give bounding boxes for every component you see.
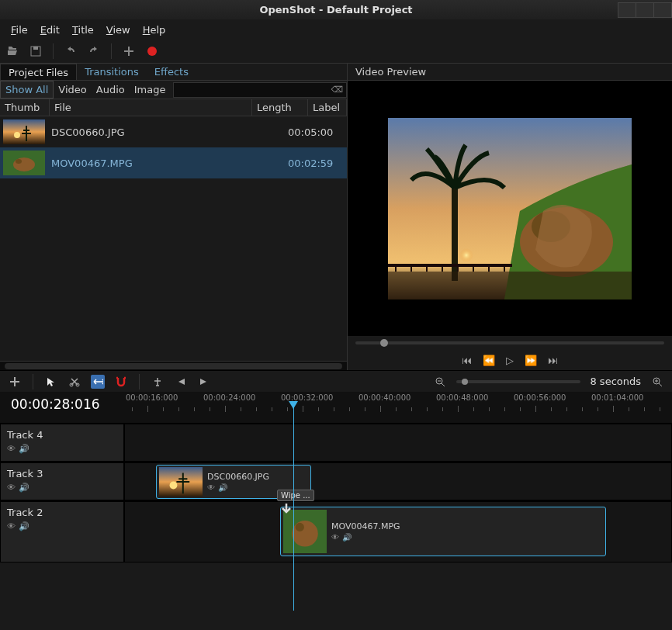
next-marker-icon[interactable] (197, 375, 211, 389)
fast-forward-icon[interactable]: ⏩ (525, 355, 537, 366)
seek-bar[interactable] (348, 336, 672, 350)
track: Track 4👁🔊 (0, 423, 672, 462)
menu-edit[interactable]: Edit (34, 22, 66, 37)
zoom-label: 8 seconds (590, 376, 641, 387)
transition-label[interactable]: Wipe ... (277, 490, 314, 501)
clip[interactable]: MOV00467.MPG👁🔊 (280, 507, 606, 556)
play-icon[interactable]: ▷ (506, 355, 514, 366)
maximize-button[interactable] (636, 2, 654, 18)
timeline-ruler[interactable]: 00:00:16:00000:00:24:00000:00:32:00000:0… (124, 392, 672, 423)
scrollbar-thumb[interactable] (5, 363, 342, 369)
ruler-tick-label: 00:00:16:000 (126, 393, 178, 402)
eye-icon[interactable]: 👁 (7, 483, 16, 493)
save-project-icon[interactable] (28, 43, 43, 59)
seek-thumb[interactable] (380, 339, 388, 347)
track-label[interactable]: Track 3👁🔊 (0, 462, 124, 500)
track-label[interactable]: Track 2👁🔊 (0, 501, 124, 562)
pointer-tool-icon[interactable] (44, 375, 58, 389)
svg-point-6 (16, 159, 22, 164)
preview-area[interactable] (348, 81, 672, 336)
col-length[interactable]: Length (252, 99, 308, 116)
menu-title[interactable]: Title (66, 22, 100, 37)
track-lane[interactable]: MOV00467.MPG👁🔊Wipe ... (124, 501, 672, 562)
close-button[interactable] (653, 2, 672, 18)
tracks: Track 4👁🔊Track 3👁🔊DSC00660.JPG👁🔊Track 2👁… (0, 423, 672, 562)
export-video-icon[interactable] (144, 43, 160, 59)
file-row[interactable]: DSC00660.JPG 00:05:00 (0, 116, 347, 147)
eye-icon[interactable]: 👁 (207, 483, 215, 492)
filter-audio[interactable]: Audio (92, 81, 130, 98)
zoom-slider[interactable] (456, 380, 580, 383)
speaker-icon[interactable]: 🔊 (19, 483, 29, 493)
redo-icon[interactable] (86, 43, 102, 59)
track-name: Track 3 (7, 468, 117, 479)
tab-effects[interactable]: Effects (147, 64, 196, 80)
col-file[interactable]: File (50, 99, 252, 116)
speaker-icon[interactable]: 🔊 (19, 521, 29, 531)
seek-track[interactable] (355, 341, 664, 344)
window-title: OpenShot - Default Project (259, 4, 412, 16)
ruler-tick-label: 00:00:24:000 (203, 393, 255, 402)
tab-transitions[interactable]: Transitions (77, 64, 147, 80)
menu-help[interactable]: Help (137, 22, 172, 37)
file-name: MOV00467.MPG (51, 158, 288, 169)
col-thumb[interactable]: Thumb (0, 99, 50, 116)
eye-icon[interactable]: 👁 (7, 521, 16, 531)
speaker-icon[interactable]: 🔊 (342, 533, 352, 542)
table-header: Thumb File Length Label (0, 99, 347, 116)
menu-view[interactable]: View (100, 22, 137, 37)
eye-icon[interactable]: 👁 (7, 444, 16, 454)
zoom-thumb[interactable] (462, 379, 468, 385)
undo-icon[interactable] (63, 43, 78, 59)
import-files-icon[interactable] (121, 43, 137, 59)
svg-point-22 (296, 523, 304, 531)
zoom-out-icon[interactable] (433, 375, 447, 389)
svg-rect-1 (33, 47, 38, 50)
right-panel: Video Preview (348, 64, 672, 370)
file-length: 00:02:59 (288, 158, 344, 169)
track-lane[interactable] (124, 424, 672, 462)
open-project-icon[interactable] (5, 43, 20, 59)
snap-tool-icon[interactable] (114, 375, 128, 389)
toolbar-separator (53, 43, 54, 59)
filter-show-all[interactable]: Show All (0, 81, 54, 99)
file-row[interactable]: MOV00467.MPG 00:02:59 (0, 147, 347, 178)
prev-marker-icon[interactable] (174, 375, 188, 389)
main-toolbar (0, 40, 672, 63)
track: Track 2👁🔊MOV00467.MPG👁🔊Wipe ... (0, 500, 672, 562)
minimize-button[interactable] (618, 2, 636, 18)
zoom-in-icon[interactable] (650, 375, 664, 389)
speaker-icon[interactable]: 🔊 (19, 444, 29, 454)
search-input[interactable]: ⌫ (173, 82, 347, 98)
resize-tool-icon[interactable] (91, 375, 105, 389)
razor-tool-icon[interactable] (68, 375, 81, 389)
left-panel: Project Files Transitions Effects Show A… (0, 64, 348, 370)
track-label[interactable]: Track 4👁🔊 (0, 424, 124, 462)
filter-video[interactable]: Video (54, 81, 91, 98)
svg-rect-12 (388, 264, 512, 267)
player-controls: ⏮ ⏪ ▷ ⏩ ⏭ (348, 350, 672, 370)
rewind-icon[interactable]: ⏪ (483, 355, 495, 366)
clip-label: MOV00467.MPG (331, 521, 400, 531)
tab-project-files[interactable]: Project Files (0, 64, 77, 80)
panel-tabs: Project Files Transitions Effects (0, 64, 347, 81)
tl-separator-2 (139, 374, 140, 389)
jump-start-icon[interactable]: ⏮ (462, 355, 472, 366)
playhead[interactable] (293, 401, 294, 611)
filter-row: Show All Video Audio Image ⌫ (0, 81, 347, 99)
clear-search-icon[interactable]: ⌫ (331, 85, 343, 95)
svg-rect-2 (3, 119, 45, 144)
add-track-icon[interactable] (8, 375, 22, 389)
timecode-display: 00:00:28:016 (0, 392, 124, 423)
add-marker-icon[interactable] (151, 375, 165, 389)
eye-icon[interactable]: 👁 (331, 533, 339, 542)
horizontal-scrollbar[interactable] (0, 361, 347, 370)
col-label[interactable]: Label (308, 99, 347, 116)
jump-end-icon[interactable]: ⏭ (548, 355, 558, 366)
file-length: 00:05:00 (288, 126, 344, 138)
speaker-icon[interactable]: 🔊 (218, 483, 227, 492)
track-name: Track 2 (7, 507, 117, 518)
menu-file[interactable]: File (5, 22, 34, 37)
track-lane[interactable]: DSC00660.JPG👁🔊 (124, 462, 672, 500)
filter-image[interactable]: Image (130, 81, 171, 98)
